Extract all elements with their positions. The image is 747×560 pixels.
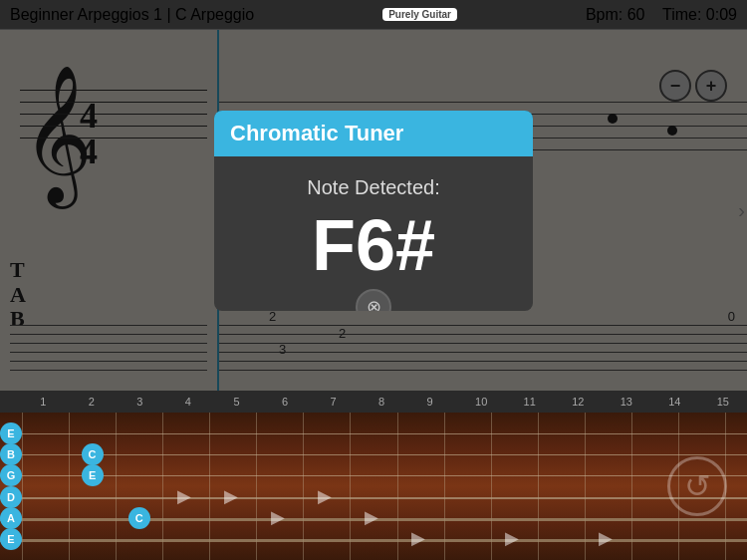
string-label-E: E (0, 422, 22, 444)
guitar-string-E-0 (0, 433, 747, 434)
fret-line-2 (116, 413, 117, 560)
guitar-string-B-1 (0, 454, 747, 455)
bpm-label: Bpm: 60 (586, 6, 645, 23)
fret-num-1: 1 (40, 396, 46, 408)
fret-num-11: 11 (524, 396, 536, 408)
fret-arrow-3: ▶ (271, 506, 285, 528)
string-label-D: D (0, 486, 22, 508)
fret-num-12: 12 (572, 396, 584, 408)
guitar-string-D-3 (0, 497, 747, 499)
fret-line-10 (491, 413, 492, 560)
window-title: Beginner Arpeggios 1 | C Arpeggio (10, 6, 254, 24)
fret-numbers-row: 123456789101112131415 (0, 391, 747, 413)
fret-note-E-2: E (82, 464, 104, 486)
logo: Purely Guitar (382, 8, 457, 21)
fret-line-9 (444, 413, 445, 560)
fret-arrow-2: ▶ (318, 485, 332, 507)
guitar-string-G-2 (0, 475, 747, 476)
string-label-B: B (0, 443, 22, 465)
guitar-string-E-5 (0, 539, 747, 542)
fret-arrow-7: ▶ (599, 527, 613, 549)
fret-num-9: 9 (427, 396, 433, 408)
fret-line-8 (397, 413, 398, 560)
chromatic-tuner-modal: Chromatic Tuner Note Detected: F6# ⊗ (214, 111, 533, 311)
time-label: Time: 0:09 (662, 6, 737, 23)
fret-line-11 (538, 413, 539, 560)
modal-body: Note Detected: F6# (214, 156, 533, 311)
fret-note-C-1: C (82, 443, 104, 465)
fret-num-6: 6 (282, 396, 288, 408)
string-label-A: A (0, 507, 22, 529)
guitar-fretboard: EBGDAECEC▶▶▶▶▶▶▶▶↺ (0, 413, 747, 560)
fret-line-7 (350, 413, 351, 560)
fret-num-15: 15 (717, 396, 729, 408)
fret-num-14: 14 (668, 396, 680, 408)
fret-arrow-5: ▶ (411, 527, 425, 549)
fret-num-7: 7 (330, 396, 336, 408)
fret-line-6 (303, 413, 304, 560)
fret-arrow-4: ▶ (365, 506, 378, 528)
fret-note-C-4: C (128, 507, 150, 529)
fret-line-13 (631, 413, 632, 560)
fret-num-5: 5 (233, 396, 239, 408)
top-bar: Beginner Arpeggios 1 | C Arpeggio Purely… (0, 0, 747, 30)
fret-num-4: 4 (185, 396, 191, 408)
modal-overlay[interactable]: Chromatic Tuner Note Detected: F6# ⊗ (0, 30, 747, 391)
modal-title: Chromatic Tuner (214, 111, 533, 156)
fretboard-bg (22, 413, 747, 560)
fret-num-13: 13 (621, 396, 632, 408)
fret-line-4 (209, 413, 210, 560)
fret-arrow-1: ▶ (224, 485, 238, 507)
fret-arrow-0: ▶ (177, 485, 191, 507)
fret-line-1 (69, 413, 70, 560)
string-label-E: E (0, 528, 22, 550)
fret-line-12 (585, 413, 586, 560)
fret-line-3 (162, 413, 163, 560)
fret-num-10: 10 (475, 396, 487, 408)
fret-arrow-6: ▶ (505, 527, 519, 549)
fret-line-5 (256, 413, 257, 560)
replay-icon[interactable]: ↺ (667, 456, 727, 516)
bpm-time: Bpm: 60 Time: 0:09 (586, 6, 737, 24)
main-area: 𝄞 4 4 TAB (0, 30, 747, 391)
fret-num-3: 3 (136, 396, 142, 408)
fret-num-2: 2 (89, 396, 95, 408)
note-detected-label: Note Detected: (238, 176, 509, 199)
fret-line-0 (22, 413, 23, 560)
note-detected-value: F6# (238, 209, 509, 281)
fret-num-8: 8 (378, 396, 384, 408)
string-label-G: G (0, 464, 22, 486)
